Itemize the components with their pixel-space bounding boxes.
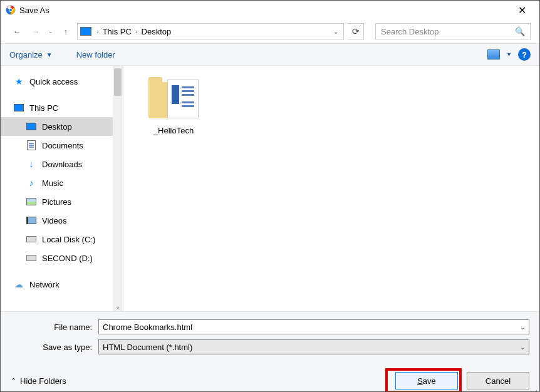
videos-icon (26, 215, 37, 225)
pictures-icon (26, 197, 37, 207)
filetype-select[interactable]: HTML Document (*.html) ⌄ (98, 339, 529, 354)
app-icon (6, 5, 16, 15)
sidebar: ★ Quick access This PC Desktop Documents… (1, 66, 123, 311)
toolbar: Organize ▼ New folder ▼ ? (1, 43, 539, 66)
search-input[interactable]: Search Desktop 🔍 (375, 23, 531, 39)
chevron-down-icon[interactable]: ⌄ (520, 344, 525, 351)
sidebar-item-thispc[interactable]: This PC (1, 98, 113, 117)
filename-input[interactable]: Chrome Bookmarks.html ⌄ (98, 319, 529, 334)
new-folder-button[interactable]: New folder (76, 50, 115, 59)
sidebar-item-desktop[interactable]: Desktop (1, 117, 113, 136)
scroll-down-icon[interactable]: ⌄ (113, 303, 123, 310)
folder-item[interactable]: _HelloTech (142, 77, 205, 135)
filetype-row: Save as type: HTML Document (*.html) ⌄ (11, 339, 529, 354)
download-icon: ↓ (26, 159, 37, 169)
organize-menu[interactable]: Organize ▼ (9, 50, 53, 59)
sidebar-item-videos[interactable]: Videos (1, 211, 113, 230)
folder-icon (148, 77, 199, 121)
sidebar-item-localdisk[interactable]: Local Disk (C:) (1, 230, 113, 249)
main-area: ★ Quick access This PC Desktop Documents… (1, 66, 539, 311)
filetype-label: Save as type: (11, 343, 98, 352)
refresh-button[interactable]: ⟳ (348, 23, 364, 39)
drive-icon (26, 253, 37, 263)
chevron-down-icon[interactable]: ⌄ (520, 324, 525, 331)
file-pane[interactable]: _HelloTech (123, 66, 539, 311)
resize-grip[interactable] (529, 388, 537, 392)
desktop-icon (26, 121, 37, 132)
cancel-button[interactable]: Cancel (467, 372, 529, 389)
music-icon: ♪ (26, 178, 37, 188)
nav-row: ← → ⌄ ↑ › This PC › Desktop ⌄ ⟳ Search D… (1, 19, 539, 43)
breadcrumb-dropdown[interactable]: ⌄ (333, 28, 338, 35)
documents-icon (26, 140, 37, 150)
back-button[interactable]: ← (9, 24, 24, 39)
bottom-panel: File name: Chrome Bookmarks.html ⌄ Save … (1, 311, 539, 392)
hide-folders-button[interactable]: ⌃ Hide Folders (11, 376, 66, 386)
history-dropdown[interactable]: ⌄ (48, 28, 53, 34)
view-button[interactable] (487, 49, 500, 59)
search-icon: 🔍 (515, 27, 525, 36)
help-button[interactable]: ? (518, 48, 531, 61)
titlebar: Save As ✕ (1, 1, 539, 19)
sidebar-item-pictures[interactable]: Pictures (1, 192, 113, 211)
sidebar-item-quick[interactable]: ★ Quick access (1, 72, 113, 91)
chevron-up-icon: ⌃ (11, 377, 16, 385)
forward-button[interactable]: → (28, 24, 43, 39)
sidebar-scrollbar[interactable]: ⌄ (113, 66, 123, 311)
close-button[interactable]: ✕ (509, 4, 534, 16)
save-button[interactable]: Save (395, 372, 458, 389)
up-button[interactable]: ↑ (58, 24, 73, 39)
breadcrumb[interactable]: › This PC › Desktop ⌄ (77, 23, 344, 39)
sidebar-item-network[interactable]: ☁ Network (1, 275, 113, 294)
chevron-right-icon: › (96, 28, 99, 35)
folder-label: _HelloTech (142, 126, 205, 135)
window-title: Save As (19, 6, 509, 15)
chevron-down-icon: ▼ (46, 51, 53, 58)
svg-point-2 (9, 9, 12, 11)
filename-row: File name: Chrome Bookmarks.html ⌄ (11, 319, 529, 334)
pc-icon (80, 27, 91, 36)
filename-label: File name: (11, 322, 98, 332)
search-placeholder: Search Desktop (381, 27, 515, 36)
chevron-down-icon[interactable]: ▼ (506, 51, 512, 58)
network-icon: ☁ (13, 279, 24, 289)
sidebar-item-music[interactable]: ♪ Music (1, 173, 113, 192)
chevron-right-icon: › (135, 28, 138, 35)
sidebar-item-documents[interactable]: Documents (1, 136, 113, 155)
star-icon: ★ (13, 76, 24, 86)
button-row: ⌃ Hide Folders Save Cancel (11, 369, 529, 392)
crumb-pc[interactable]: This PC (103, 27, 132, 36)
sidebar-item-second[interactable]: SECOND (D:) (1, 249, 113, 267)
pc-icon (13, 103, 24, 113)
sidebar-item-downloads[interactable]: ↓ Downloads (1, 155, 113, 173)
scroll-thumb[interactable] (114, 68, 122, 96)
drive-icon (26, 234, 37, 244)
crumb-location[interactable]: Desktop (142, 27, 172, 36)
